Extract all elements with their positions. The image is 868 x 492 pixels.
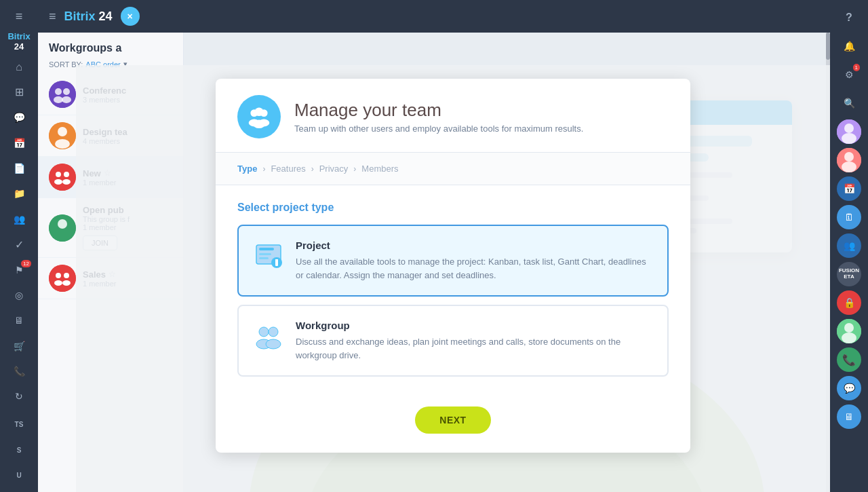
project-description: Use all the available tools to manage th… bbox=[296, 255, 654, 282]
header-close-button[interactable]: × bbox=[121, 7, 140, 26]
breadcrumb-features[interactable]: Features bbox=[271, 164, 305, 174]
modal-header: Manage your team Team up with other user… bbox=[216, 79, 690, 153]
avatar-user1[interactable] bbox=[837, 119, 861, 144]
svg-point-44 bbox=[842, 162, 856, 172]
workgroup-title: Workgroup bbox=[296, 320, 654, 331]
phone-icon[interactable]: 📞 bbox=[7, 360, 31, 382]
svg-point-9 bbox=[56, 172, 61, 177]
workgroup-type-card[interactable]: Workgroup Discuss and exchange ideas, pl… bbox=[237, 305, 669, 377]
people-app-icon[interactable]: 👥 bbox=[837, 233, 861, 258]
calendar2-app-icon[interactable]: 🗓 bbox=[837, 205, 861, 229]
svg-point-24 bbox=[255, 108, 264, 117]
modal-icon-circle bbox=[237, 95, 281, 138]
u-label[interactable]: U bbox=[7, 464, 31, 487]
svg-point-35 bbox=[259, 327, 269, 337]
svg-point-16 bbox=[56, 273, 61, 278]
breadcrumb-type[interactable]: Type bbox=[237, 164, 257, 174]
top-header: ≡ Bitrix 24 × bbox=[38, 0, 830, 33]
team-icon bbox=[247, 105, 271, 129]
grid-icon[interactable]: ⊞ bbox=[7, 81, 31, 103]
wg-avatar bbox=[49, 164, 76, 191]
ts-label[interactable]: TS bbox=[7, 413, 31, 436]
groups-icon[interactable]: 👥 bbox=[7, 208, 31, 230]
left-sidebar: ≡ Bitrix 24 ⌂ ⊞ 💬 📅 📄 📁 👥 ✓ ⚑ 12 ◎ 🖥 🛒 📞… bbox=[0, 0, 38, 492]
modal-subtitle: Team up with other users and employ avai… bbox=[294, 124, 583, 134]
svg-point-6 bbox=[58, 127, 67, 136]
svg-point-2 bbox=[63, 88, 70, 95]
svg-point-7 bbox=[55, 139, 70, 149]
svg-point-1 bbox=[55, 88, 62, 95]
svg-point-18 bbox=[54, 280, 62, 286]
hamburger-icon[interactable]: ≡ bbox=[7, 5, 31, 28]
modal-body: Select project type bbox=[216, 185, 690, 406]
svg-point-47 bbox=[842, 333, 856, 343]
avatar-user2[interactable] bbox=[837, 148, 861, 172]
svg-point-36 bbox=[269, 327, 278, 337]
settings-badge: 1 bbox=[853, 64, 860, 71]
svg-point-8 bbox=[49, 164, 76, 191]
svg-point-40 bbox=[844, 124, 854, 133]
wg-avatar bbox=[49, 81, 76, 108]
fusion-app-icon[interactable]: FUSIONETA bbox=[837, 262, 861, 286]
cart-icon[interactable]: 🛒 bbox=[7, 335, 31, 357]
modal-title: Manage your team bbox=[294, 100, 583, 121]
breadcrumb-members[interactable]: Members bbox=[361, 164, 398, 174]
svg-rect-34 bbox=[275, 259, 278, 266]
document-icon[interactable]: 📄 bbox=[7, 157, 31, 179]
app-logo[interactable]: Bitrix 24 bbox=[6, 31, 31, 53]
right-sidebar: ? 🔔 ⚙ 1 🔍 📅 🗓 👥 FUSIONETA 🔒 bbox=[830, 0, 868, 492]
svg-point-17 bbox=[64, 273, 69, 278]
chat-icon[interactable]: 💬 bbox=[7, 107, 31, 129]
svg-point-46 bbox=[844, 323, 854, 333]
breadcrumb-privacy[interactable]: Privacy bbox=[319, 164, 349, 174]
modal-overlay: Manage your team Team up with other user… bbox=[76, 65, 830, 492]
home-icon[interactable]: ⌂ bbox=[7, 56, 31, 78]
svg-point-38 bbox=[266, 339, 281, 349]
phone-app-icon[interactable]: 📞 bbox=[837, 347, 861, 372]
wg-avatar bbox=[49, 265, 76, 292]
wg-avatar bbox=[49, 214, 76, 242]
calendar-app-icon[interactable]: 📅 bbox=[837, 176, 861, 201]
calendar-icon[interactable]: 📅 bbox=[7, 132, 31, 154]
workgroup-description: Discuss and exchange ideas, plan joint m… bbox=[296, 335, 654, 362]
svg-point-27 bbox=[253, 120, 265, 129]
avatar-user3[interactable] bbox=[837, 319, 861, 343]
project-card-info: Project Use all the available tools to m… bbox=[296, 240, 654, 282]
header-hamburger-icon[interactable]: ≡ bbox=[49, 10, 56, 24]
svg-point-10 bbox=[64, 172, 69, 177]
project-type-card[interactable]: Project Use all the available tools to m… bbox=[237, 225, 669, 297]
checkmark-icon[interactable]: ✓ bbox=[7, 233, 31, 255]
modal-footer: NEXT bbox=[216, 406, 690, 453]
target-icon[interactable]: ◎ bbox=[7, 284, 31, 306]
modal-title-area: Manage your team Team up with other user… bbox=[294, 100, 583, 134]
content-wrapper: Workgroups a SORT BY: ABC order ▾ bbox=[38, 33, 830, 492]
settings-icon[interactable]: ⚙ 1 bbox=[837, 62, 861, 87]
svg-point-11 bbox=[54, 179, 62, 185]
lock-app-icon[interactable]: 🔒 bbox=[837, 290, 861, 315]
project-icon bbox=[252, 240, 285, 272]
folder-icon[interactable]: 📁 bbox=[7, 183, 31, 205]
wg-avatar bbox=[49, 122, 76, 149]
svg-rect-29 bbox=[259, 248, 274, 250]
workgroup-card-info: Workgroup Discuss and exchange ideas, pl… bbox=[296, 320, 654, 362]
svg-rect-31 bbox=[259, 257, 269, 259]
search-icon[interactable]: 🔍 bbox=[837, 91, 861, 115]
monitor-app-icon[interactable]: 🖥 bbox=[837, 404, 861, 429]
bell-icon[interactable]: 🔔 bbox=[837, 34, 861, 58]
monitor-icon[interactable]: 🖥 bbox=[7, 309, 31, 332]
refresh-icon[interactable]: ↻ bbox=[7, 385, 31, 408]
svg-point-4 bbox=[62, 96, 71, 103]
flag-badge: 12 bbox=[21, 260, 31, 267]
svg-point-43 bbox=[844, 152, 854, 162]
help-icon[interactable]: ? bbox=[837, 5, 861, 30]
chat-app-icon[interactable]: 💬 bbox=[837, 376, 861, 400]
modal-breadcrumb: Type › Features › Privacy › Members bbox=[216, 153, 690, 185]
svg-point-0 bbox=[49, 81, 76, 108]
svg-point-12 bbox=[62, 179, 71, 185]
modal-dialog: Manage your team Team up with other user… bbox=[216, 79, 690, 453]
next-button[interactable]: NEXT bbox=[415, 406, 490, 434]
svg-rect-30 bbox=[259, 253, 271, 255]
s-label[interactable]: S bbox=[7, 438, 31, 461]
flag-icon[interactable]: ⚑ 12 bbox=[7, 259, 31, 281]
svg-point-3 bbox=[54, 96, 63, 103]
